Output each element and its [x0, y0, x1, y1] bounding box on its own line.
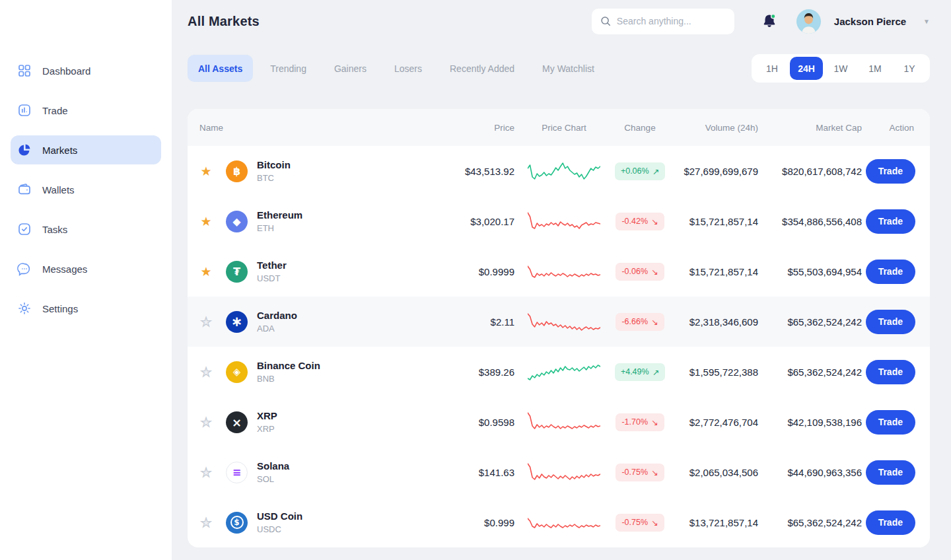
sidebar-item-label: Trade	[42, 105, 68, 116]
pie-chart-icon	[17, 143, 32, 157]
asset-symbol: BTC	[257, 173, 291, 183]
change-value: -1.70%	[621, 417, 648, 427]
sidebar-item-messages[interactable]: Messages	[11, 254, 161, 283]
timeframe-24h[interactable]: 24H	[790, 57, 823, 80]
asset-name: XRP	[257, 410, 277, 421]
sidebar-item-settings[interactable]: Settings	[11, 294, 161, 323]
trade-button[interactable]: Trade	[866, 310, 915, 334]
asset-symbol: ADA	[257, 324, 297, 333]
table-row-sol[interactable]: ★ ≡ Solana SOL $141.63 -0.75%↘ $2,065,03…	[188, 447, 930, 497]
asset-name: Ethereum	[257, 209, 302, 221]
sidebar-item-dashboard[interactable]: Dashboard	[11, 56, 161, 85]
tab-my-watchlist[interactable]: My Watchlist	[532, 55, 605, 82]
search-box[interactable]	[592, 9, 734, 34]
trade-button[interactable]: Trade	[866, 360, 915, 384]
volume: $2,065,034,506	[666, 467, 758, 478]
tasks-icon	[17, 222, 32, 236]
timeframe-1m[interactable]: 1M	[859, 57, 892, 80]
asset-name: Tether	[257, 260, 287, 271]
bar-chart-icon	[17, 103, 32, 118]
sidebar-item-tasks[interactable]: Tasks	[11, 215, 161, 244]
tab-losers[interactable]: Losers	[384, 55, 433, 82]
price: $141.63	[435, 467, 514, 478]
grid-icon	[17, 63, 32, 78]
asset-name: USD Coin	[257, 510, 302, 522]
favorite-star-icon[interactable]: ★	[200, 516, 211, 529]
tab-all-assets[interactable]: All Assets	[188, 55, 253, 82]
trade-button[interactable]: Trade	[866, 159, 915, 184]
table-row-xrp[interactable]: ★ × XRP XRP $0.9598 -1.70%↘ $2,772,476,7…	[188, 397, 930, 447]
avatar[interactable]	[796, 9, 821, 34]
trade-button[interactable]: Trade	[866, 209, 915, 234]
price-sparkline	[528, 510, 600, 534]
topbar: All Markets Jack	[188, 0, 930, 42]
sidebar-item-markets[interactable]: Markets	[11, 135, 161, 164]
table-row-usdc[interactable]: ★ $ USD Coin USDC $0.999 -0.75%↘ $13,721…	[188, 497, 930, 547]
trend-arrow-icon: ↘	[651, 317, 658, 327]
sidebar-item-label: Messages	[42, 263, 87, 275]
asset-symbol: SOL	[257, 474, 289, 484]
asset-symbol: ETH	[257, 223, 302, 233]
market-cap: $42,109,538,196	[758, 417, 862, 428]
favorite-star-icon[interactable]: ★	[200, 215, 211, 228]
column-header-market-cap: Market Cap	[758, 123, 862, 133]
tab-recently-added[interactable]: Recently Added	[439, 55, 525, 82]
price-sparkline	[528, 410, 600, 434]
main-content: All Markets Jack	[172, 0, 951, 560]
trend-arrow-icon: ↘	[651, 217, 658, 227]
coin-icon: ฿	[226, 160, 248, 182]
wallet-icon	[17, 182, 32, 197]
trade-button[interactable]: Trade	[866, 460, 915, 485]
trade-button[interactable]: Trade	[866, 510, 915, 535]
favorite-star-icon[interactable]: ★	[200, 366, 211, 378]
favorite-star-icon[interactable]: ★	[200, 316, 211, 328]
timeframe-1h[interactable]: 1H	[756, 57, 789, 80]
sidebar-item-trade[interactable]: Trade	[11, 96, 161, 125]
volume: $2,318,346,609	[666, 316, 758, 328]
market-cap: $820,617,608,742	[758, 166, 862, 177]
timeframe-1w[interactable]: 1W	[824, 57, 857, 80]
price-sparkline	[528, 159, 600, 183]
notification-bell-icon[interactable]	[761, 13, 778, 30]
asset-symbol: XRP	[257, 424, 277, 434]
favorite-star-icon[interactable]: ★	[200, 265, 211, 278]
column-header-change: Change	[614, 123, 666, 133]
asset-symbol: USDC	[257, 524, 302, 534]
favorite-star-icon[interactable]: ★	[200, 466, 211, 479]
trend-arrow-icon: ↘	[651, 468, 658, 477]
price: $0.999	[435, 517, 514, 528]
table-row-bnb[interactable]: ★ ◈ Binance Coin BNB $389.26 +4.49%↗ $1,…	[188, 347, 930, 397]
table-row-ada[interactable]: ★ ∗ Cardano ADA $2.11 -6.66%↘ $2,318,346…	[188, 297, 930, 347]
asset-name: Solana	[257, 460, 289, 472]
tab-gainers[interactable]: Gainers	[324, 55, 377, 82]
favorite-star-icon[interactable]: ★	[200, 416, 211, 429]
coin-icon: $	[226, 512, 248, 534]
tab-trending[interactable]: Trending	[260, 55, 317, 82]
trend-arrow-icon: ↘	[651, 518, 658, 528]
market-cap: $44,690,963,356	[758, 467, 862, 478]
timeframe-1y[interactable]: 1Y	[893, 57, 926, 80]
table-row-eth[interactable]: ★ ◆ Ethereum ETH $3,020.17 -0.42%↘ $15,7…	[188, 196, 930, 246]
coin-icon: ∗	[226, 311, 248, 333]
search-input[interactable]	[617, 16, 726, 26]
trade-button[interactable]: Trade	[866, 260, 915, 284]
volume: $15,721,857,14	[666, 266, 758, 277]
price-sparkline	[528, 260, 600, 283]
price: $2.11	[435, 316, 514, 328]
favorite-star-icon[interactable]: ★	[200, 165, 211, 178]
change-badge: -0.75%↘	[616, 514, 664, 532]
table-row-usdt[interactable]: ★ ₮ Tether USDT $0.9999 -0.06%↘ $15,721,…	[188, 246, 930, 297]
table-row-btc[interactable]: ★ ฿ Bitcoin BTC $43,513.92 +0.06%↗ $27,6…	[188, 146, 930, 196]
caret-down-icon[interactable]: ▼	[923, 18, 930, 25]
page-title: All Markets	[188, 14, 260, 29]
change-value: +0.06%	[621, 166, 649, 176]
change-value: +4.49%	[621, 367, 649, 376]
markets-table: NamePricePrice ChartChangeVolume (24h)Ma…	[188, 109, 930, 547]
column-header-volume-24h-: Volume (24h)	[666, 123, 758, 133]
coin-icon: ×	[226, 411, 248, 433]
search-icon	[600, 15, 612, 27]
sidebar-item-wallets[interactable]: Wallets	[11, 175, 161, 204]
asset-name: Cardano	[257, 310, 297, 321]
trade-button[interactable]: Trade	[866, 410, 915, 435]
trend-arrow-icon: ↘	[651, 417, 658, 427]
